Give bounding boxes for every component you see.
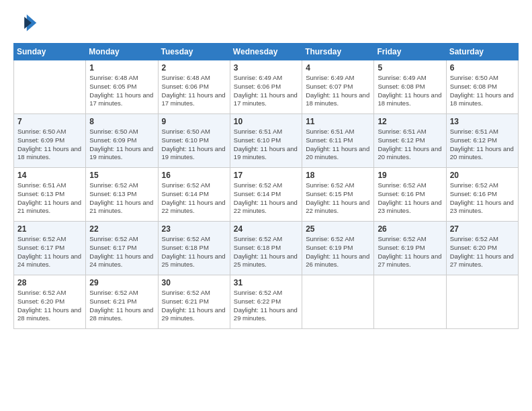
header bbox=[13, 11, 519, 35]
day-number: 3 bbox=[234, 63, 298, 73]
day-number: 10 bbox=[234, 117, 298, 126]
day-info: Sunrise: 6:52 AM Sunset: 6:18 PM Dayligh… bbox=[162, 235, 226, 269]
calendar-cell: 6Sunrise: 6:50 AM Sunset: 6:08 PM Daylig… bbox=[446, 60, 518, 114]
day-number: 12 bbox=[378, 117, 442, 126]
calendar-cell: 26Sunrise: 6:52 AM Sunset: 6:19 PM Dayli… bbox=[374, 222, 446, 275]
weekday-header-thursday: Thursday bbox=[302, 44, 374, 60]
day-number: 21 bbox=[17, 224, 82, 234]
day-number: 19 bbox=[378, 171, 442, 180]
calendar-cell: 15Sunrise: 6:52 AM Sunset: 6:13 PM Dayli… bbox=[86, 168, 158, 222]
calendar-cell: 22Sunrise: 6:52 AM Sunset: 6:17 PM Dayli… bbox=[86, 222, 158, 275]
day-info: Sunrise: 6:49 AM Sunset: 6:06 PM Dayligh… bbox=[234, 74, 298, 108]
day-number: 4 bbox=[306, 63, 370, 73]
calendar-week-5: 28Sunrise: 6:52 AM Sunset: 6:20 PM Dayli… bbox=[14, 275, 519, 329]
calendar-cell: 19Sunrise: 6:52 AM Sunset: 6:16 PM Dayli… bbox=[374, 168, 446, 222]
calendar-cell: 24Sunrise: 6:52 AM Sunset: 6:18 PM Dayli… bbox=[230, 222, 302, 275]
calendar-cell: 7Sunrise: 6:50 AM Sunset: 6:09 PM Daylig… bbox=[14, 114, 86, 168]
day-info: Sunrise: 6:51 AM Sunset: 6:13 PM Dayligh… bbox=[17, 181, 82, 216]
day-number: 2 bbox=[162, 63, 226, 73]
day-info: Sunrise: 6:52 AM Sunset: 6:19 PM Dayligh… bbox=[306, 235, 370, 269]
calendar-cell: 28Sunrise: 6:52 AM Sunset: 6:20 PM Dayli… bbox=[14, 275, 86, 329]
day-info: Sunrise: 6:50 AM Sunset: 6:10 PM Dayligh… bbox=[162, 128, 226, 162]
weekday-header-tuesday: Tuesday bbox=[158, 44, 230, 60]
day-info: Sunrise: 6:52 AM Sunset: 6:20 PM Dayligh… bbox=[450, 235, 515, 269]
calendar-cell: 8Sunrise: 6:50 AM Sunset: 6:09 PM Daylig… bbox=[86, 114, 158, 168]
day-info: Sunrise: 6:52 AM Sunset: 6:18 PM Dayligh… bbox=[234, 235, 298, 269]
calendar-cell bbox=[446, 275, 518, 329]
calendar-cell: 14Sunrise: 6:51 AM Sunset: 6:13 PM Dayli… bbox=[14, 168, 86, 222]
day-number: 27 bbox=[450, 224, 515, 234]
calendar-week-4: 21Sunrise: 6:52 AM Sunset: 6:17 PM Dayli… bbox=[14, 222, 519, 275]
day-number: 9 bbox=[162, 117, 226, 126]
day-number: 8 bbox=[89, 117, 154, 126]
day-number: 23 bbox=[162, 224, 226, 234]
day-info: Sunrise: 6:52 AM Sunset: 6:16 PM Dayligh… bbox=[450, 181, 515, 216]
calendar-week-3: 14Sunrise: 6:51 AM Sunset: 6:13 PM Dayli… bbox=[14, 168, 519, 222]
day-info: Sunrise: 6:50 AM Sunset: 6:09 PM Dayligh… bbox=[89, 128, 154, 162]
calendar-cell: 16Sunrise: 6:52 AM Sunset: 6:14 PM Dayli… bbox=[158, 168, 230, 222]
calendar-cell: 11Sunrise: 6:51 AM Sunset: 6:11 PM Dayli… bbox=[302, 114, 374, 168]
day-number: 25 bbox=[306, 224, 370, 234]
calendar-cell: 17Sunrise: 6:52 AM Sunset: 6:14 PM Dayli… bbox=[230, 168, 302, 222]
day-number: 16 bbox=[162, 171, 226, 180]
calendar-week-2: 7Sunrise: 6:50 AM Sunset: 6:09 PM Daylig… bbox=[14, 114, 519, 168]
weekday-header-row: SundayMondayTuesdayWednesdayThursdayFrid… bbox=[14, 44, 519, 60]
weekday-header-wednesday: Wednesday bbox=[230, 44, 302, 60]
day-number: 13 bbox=[450, 117, 515, 126]
day-info: Sunrise: 6:52 AM Sunset: 6:22 PM Dayligh… bbox=[234, 289, 298, 323]
calendar-cell: 21Sunrise: 6:52 AM Sunset: 6:17 PM Dayli… bbox=[14, 222, 86, 275]
weekday-header-sunday: Sunday bbox=[14, 44, 86, 60]
day-number: 28 bbox=[17, 278, 82, 287]
day-number: 22 bbox=[89, 224, 154, 234]
calendar-cell bbox=[374, 275, 446, 329]
calendar-cell: 4Sunrise: 6:49 AM Sunset: 6:07 PM Daylig… bbox=[302, 60, 374, 114]
weekday-header-friday: Friday bbox=[374, 44, 446, 60]
calendar-cell: 23Sunrise: 6:52 AM Sunset: 6:18 PM Dayli… bbox=[158, 222, 230, 275]
calendar-cell: 18Sunrise: 6:52 AM Sunset: 6:15 PM Dayli… bbox=[302, 168, 374, 222]
day-info: Sunrise: 6:52 AM Sunset: 6:19 PM Dayligh… bbox=[378, 235, 442, 269]
day-number: 24 bbox=[234, 224, 298, 234]
calendar-cell: 10Sunrise: 6:51 AM Sunset: 6:10 PM Dayli… bbox=[230, 114, 302, 168]
day-info: Sunrise: 6:51 AM Sunset: 6:11 PM Dayligh… bbox=[306, 128, 370, 162]
day-info: Sunrise: 6:52 AM Sunset: 6:17 PM Dayligh… bbox=[17, 235, 82, 269]
day-info: Sunrise: 6:52 AM Sunset: 6:16 PM Dayligh… bbox=[378, 181, 442, 216]
logo-icon bbox=[13, 11, 38, 35]
calendar-week-1: 1Sunrise: 6:48 AM Sunset: 6:05 PM Daylig… bbox=[14, 60, 519, 114]
calendar-cell: 1Sunrise: 6:48 AM Sunset: 6:05 PM Daylig… bbox=[86, 60, 158, 114]
day-info: Sunrise: 6:52 AM Sunset: 6:21 PM Dayligh… bbox=[89, 289, 154, 323]
calendar-cell bbox=[14, 60, 86, 114]
calendar-cell: 20Sunrise: 6:52 AM Sunset: 6:16 PM Dayli… bbox=[446, 168, 518, 222]
calendar-table: SundayMondayTuesdayWednesdayThursdayFrid… bbox=[13, 43, 519, 329]
day-info: Sunrise: 6:50 AM Sunset: 6:09 PM Dayligh… bbox=[17, 128, 82, 162]
day-number: 26 bbox=[378, 224, 442, 234]
day-number: 30 bbox=[162, 278, 226, 287]
day-number: 1 bbox=[89, 63, 154, 73]
day-number: 7 bbox=[17, 117, 82, 126]
day-info: Sunrise: 6:49 AM Sunset: 6:07 PM Dayligh… bbox=[306, 74, 370, 108]
day-info: Sunrise: 6:49 AM Sunset: 6:08 PM Dayligh… bbox=[378, 74, 442, 108]
calendar-cell: 2Sunrise: 6:48 AM Sunset: 6:06 PM Daylig… bbox=[158, 60, 230, 114]
day-info: Sunrise: 6:51 AM Sunset: 6:10 PM Dayligh… bbox=[234, 128, 298, 162]
day-info: Sunrise: 6:51 AM Sunset: 6:12 PM Dayligh… bbox=[450, 128, 515, 162]
day-number: 6 bbox=[450, 63, 515, 73]
calendar-cell: 27Sunrise: 6:52 AM Sunset: 6:20 PM Dayli… bbox=[446, 222, 518, 275]
day-info: Sunrise: 6:52 AM Sunset: 6:13 PM Dayligh… bbox=[89, 181, 154, 216]
calendar-cell: 5Sunrise: 6:49 AM Sunset: 6:08 PM Daylig… bbox=[374, 60, 446, 114]
day-number: 20 bbox=[450, 171, 515, 180]
day-info: Sunrise: 6:48 AM Sunset: 6:06 PM Dayligh… bbox=[162, 74, 226, 108]
day-info: Sunrise: 6:52 AM Sunset: 6:15 PM Dayligh… bbox=[306, 181, 370, 216]
day-number: 11 bbox=[306, 117, 370, 126]
calendar-cell: 9Sunrise: 6:50 AM Sunset: 6:10 PM Daylig… bbox=[158, 114, 230, 168]
calendar-cell: 12Sunrise: 6:51 AM Sunset: 6:12 PM Dayli… bbox=[374, 114, 446, 168]
day-number: 15 bbox=[89, 171, 154, 180]
calendar-cell: 29Sunrise: 6:52 AM Sunset: 6:21 PM Dayli… bbox=[86, 275, 158, 329]
weekday-header-monday: Monday bbox=[86, 44, 158, 60]
calendar-cell: 3Sunrise: 6:49 AM Sunset: 6:06 PM Daylig… bbox=[230, 60, 302, 114]
calendar-cell: 30Sunrise: 6:52 AM Sunset: 6:21 PM Dayli… bbox=[158, 275, 230, 329]
day-info: Sunrise: 6:52 AM Sunset: 6:17 PM Dayligh… bbox=[89, 235, 154, 269]
day-number: 29 bbox=[89, 278, 154, 287]
calendar-cell: 25Sunrise: 6:52 AM Sunset: 6:19 PM Dayli… bbox=[302, 222, 374, 275]
page: SundayMondayTuesdayWednesdayThursdayFrid… bbox=[0, 0, 532, 411]
day-info: Sunrise: 6:52 AM Sunset: 6:14 PM Dayligh… bbox=[234, 181, 298, 216]
calendar-cell: 13Sunrise: 6:51 AM Sunset: 6:12 PM Dayli… bbox=[446, 114, 518, 168]
